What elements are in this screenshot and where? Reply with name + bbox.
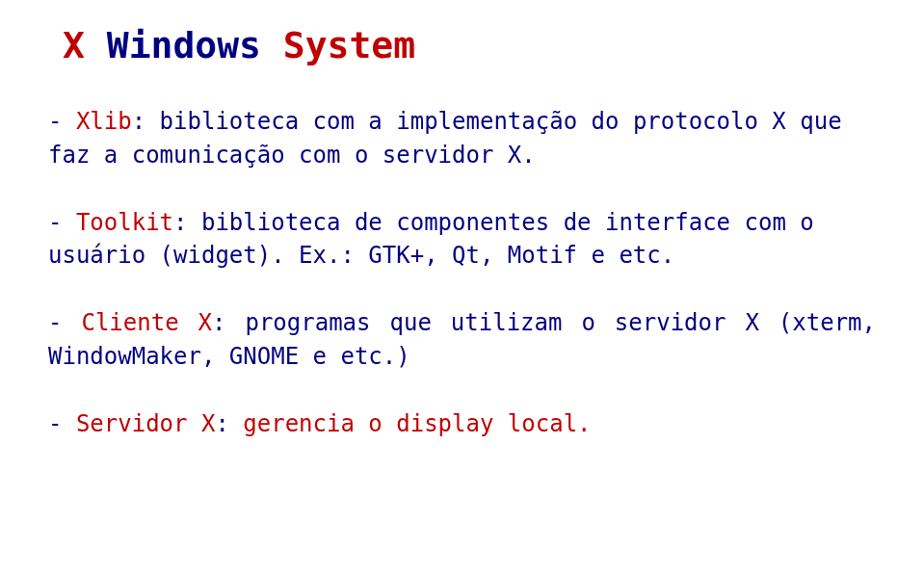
bullet-prefix: - xyxy=(48,209,76,236)
bullet-label: Cliente X xyxy=(81,309,212,336)
bullet-text: : biblioteca com a implementação do prot… xyxy=(48,108,842,169)
title-word-2: Windows xyxy=(107,24,261,66)
title-word-3: System xyxy=(283,24,415,66)
bullet-text: : xyxy=(215,410,243,437)
bullet-label: Xlib xyxy=(76,108,132,135)
title-word-1: X xyxy=(63,24,85,66)
bullet-server: - Servidor X: gerencia o display local. xyxy=(48,407,876,441)
bullet-label: Toolkit xyxy=(76,209,173,236)
bullet-prefix: - xyxy=(48,108,76,135)
bullet-xlib: - Xlib: biblioteca com a implementação d… xyxy=(48,105,876,172)
bullet-text-emph: gerencia o display local. xyxy=(243,410,591,437)
bullet-toolkit: - Toolkit: biblioteca de componentes de … xyxy=(48,206,876,274)
bullet-client: - Cliente X: programas que utilizam o se… xyxy=(48,306,876,374)
page-title: X Windows System xyxy=(63,24,876,66)
bullet-prefix: - xyxy=(48,309,81,336)
slide-page: X Windows System - Xlib: biblioteca com … xyxy=(0,0,924,513)
bullet-prefix: - xyxy=(48,410,76,437)
bullet-label: Servidor X xyxy=(76,410,216,437)
